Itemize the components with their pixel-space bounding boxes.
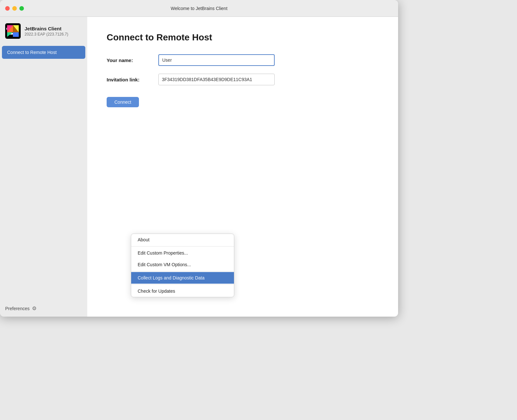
- app-version: 2022.3 EAP (223.7126.7): [25, 32, 68, 37]
- preferences-label: Preferences: [5, 306, 29, 311]
- page-title: Connect to Remote Host: [107, 32, 379, 43]
- content-area: Connect to Remote Host Your name: Invita…: [87, 17, 398, 317]
- sidebar-nav: Connect to Remote Host: [0, 45, 87, 300]
- context-menu-item-check-updates[interactable]: Check for Updates: [131, 285, 234, 297]
- context-menu-item-edit-vm-options[interactable]: Edit Custom VM Options...: [131, 259, 234, 270]
- context-menu-divider-2: [131, 271, 234, 271]
- sidebar-footer: Preferences ⚙: [0, 300, 87, 317]
- close-button[interactable]: [5, 6, 10, 11]
- app-info: JetBrains Client 2022.3 EAP (223.7126.7): [25, 26, 68, 37]
- svg-marker-6: [13, 32, 19, 37]
- context-menu-item-about[interactable]: About: [131, 234, 234, 246]
- gear-icon[interactable]: ⚙: [32, 305, 37, 311]
- name-input[interactable]: [158, 54, 275, 66]
- link-form-group: Invitation link:: [107, 74, 379, 85]
- traffic-lights: [5, 6, 24, 11]
- sidebar: EAP JetBrains Client 2022.3 EAP (223.712…: [0, 17, 87, 317]
- sidebar-item-connect[interactable]: Connect to Remote Host: [2, 46, 85, 59]
- maximize-button[interactable]: [19, 6, 24, 11]
- invitation-link-input[interactable]: [158, 74, 275, 85]
- connect-button[interactable]: Connect: [107, 97, 139, 107]
- link-label: Invitation link:: [107, 77, 158, 82]
- context-menu-item-collect-logs[interactable]: Collect Logs and Diagnostic Data: [131, 272, 234, 284]
- app-name: JetBrains Client: [25, 26, 68, 31]
- window-title: Welcome to JetBrains Client: [171, 6, 227, 11]
- minimize-button[interactable]: [12, 6, 17, 11]
- context-menu-divider-1: [131, 246, 234, 247]
- app-logo-icon: EAP: [5, 23, 21, 39]
- main-layout: EAP JetBrains Client 2022.3 EAP (223.712…: [0, 17, 398, 317]
- context-menu-divider-3: [131, 284, 234, 285]
- name-form-group: Your name:: [107, 54, 379, 66]
- title-bar: Welcome to JetBrains Client: [0, 0, 398, 17]
- name-label: Your name:: [107, 58, 158, 63]
- context-menu: About Edit Custom Properties... Edit Cus…: [131, 234, 234, 297]
- context-menu-item-edit-properties[interactable]: Edit Custom Properties...: [131, 247, 234, 259]
- sidebar-header: EAP JetBrains Client 2022.3 EAP (223.712…: [0, 17, 87, 45]
